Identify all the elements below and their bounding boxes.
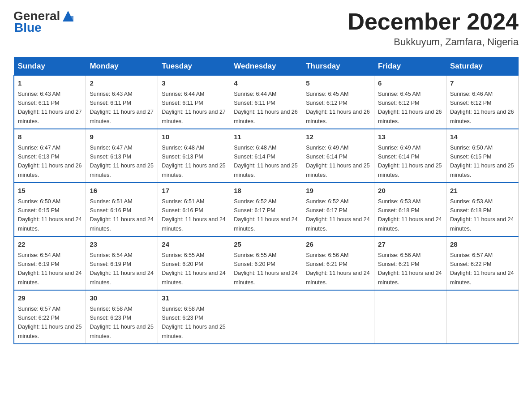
day-info: Sunrise: 6:52 AMSunset: 6:17 PMDaylight:… xyxy=(234,198,297,232)
day-number: 7 xyxy=(450,78,515,89)
calendar-header: SundayMondayTuesdayWednesdayThursdayFrid… xyxy=(14,57,519,76)
day-info: Sunrise: 6:57 AMSunset: 6:22 PMDaylight:… xyxy=(450,252,514,286)
day-info: Sunrise: 6:48 AMSunset: 6:14 PMDaylight:… xyxy=(234,145,297,178)
day-info: Sunrise: 6:43 AMSunset: 6:11 PMDaylight:… xyxy=(90,91,153,124)
day-info: Sunrise: 6:58 AMSunset: 6:23 PMDaylight:… xyxy=(90,306,153,339)
day-info: Sunrise: 6:55 AMSunset: 6:20 PMDaylight:… xyxy=(162,252,225,286)
page-header: General Blue December 2024 Bukkuyum, Zam… xyxy=(13,9,519,48)
day-cell: 10Sunrise: 6:48 AMSunset: 6:13 PMDayligh… xyxy=(158,129,230,183)
day-cell: 26Sunrise: 6:56 AMSunset: 6:21 PMDayligh… xyxy=(302,236,374,290)
day-info: Sunrise: 6:49 AMSunset: 6:14 PMDaylight:… xyxy=(378,145,442,178)
day-cell: 2Sunrise: 6:43 AMSunset: 6:11 PMDaylight… xyxy=(86,76,158,129)
day-cell: 21Sunrise: 6:53 AMSunset: 6:18 PMDayligh… xyxy=(446,183,519,236)
day-number: 19 xyxy=(306,186,370,196)
day-info: Sunrise: 6:51 AMSunset: 6:16 PMDaylight:… xyxy=(162,198,225,232)
week-row-1: 1Sunrise: 6:43 AMSunset: 6:11 PMDaylight… xyxy=(14,76,519,129)
day-number: 4 xyxy=(234,78,298,89)
day-number: 6 xyxy=(378,78,442,89)
logo-blue-text: Blue xyxy=(14,21,42,35)
day-number: 8 xyxy=(18,132,82,142)
day-cell: 24Sunrise: 6:55 AMSunset: 6:20 PMDayligh… xyxy=(158,236,230,290)
day-cell: 22Sunrise: 6:54 AMSunset: 6:19 PMDayligh… xyxy=(14,236,86,290)
day-number: 30 xyxy=(90,293,154,304)
day-cell: 7Sunrise: 6:46 AMSunset: 6:12 PMDaylight… xyxy=(446,76,519,129)
day-cell: 11Sunrise: 6:48 AMSunset: 6:14 PMDayligh… xyxy=(230,129,302,183)
day-number: 24 xyxy=(162,240,226,250)
day-cell: 28Sunrise: 6:57 AMSunset: 6:22 PMDayligh… xyxy=(446,236,519,290)
day-info: Sunrise: 6:54 AMSunset: 6:19 PMDaylight:… xyxy=(90,252,153,286)
day-number: 17 xyxy=(162,186,226,196)
day-cell: 19Sunrise: 6:52 AMSunset: 6:17 PMDayligh… xyxy=(302,183,374,236)
day-cell: 17Sunrise: 6:51 AMSunset: 6:16 PMDayligh… xyxy=(158,183,230,236)
day-number: 1 xyxy=(18,78,82,89)
day-number: 22 xyxy=(18,240,82,250)
day-info: Sunrise: 6:45 AMSunset: 6:12 PMDaylight:… xyxy=(378,91,442,124)
day-cell: 14Sunrise: 6:50 AMSunset: 6:15 PMDayligh… xyxy=(446,129,519,183)
day-info: Sunrise: 6:55 AMSunset: 6:20 PMDaylight:… xyxy=(234,252,297,286)
day-info: Sunrise: 6:53 AMSunset: 6:18 PMDaylight:… xyxy=(378,198,442,232)
day-number: 21 xyxy=(450,186,515,196)
logo-icon xyxy=(61,9,75,23)
calendar-body: 1Sunrise: 6:43 AMSunset: 6:11 PMDaylight… xyxy=(14,76,519,344)
day-info: Sunrise: 6:44 AMSunset: 6:11 PMDaylight:… xyxy=(162,91,225,124)
day-info: Sunrise: 6:56 AMSunset: 6:21 PMDaylight:… xyxy=(306,252,369,286)
day-cell: 29Sunrise: 6:57 AMSunset: 6:22 PMDayligh… xyxy=(14,290,86,344)
day-cell: 6Sunrise: 6:45 AMSunset: 6:12 PMDaylight… xyxy=(374,76,446,129)
title-section: December 2024 Bukkuyum, Zamfara, Nigeria xyxy=(348,9,519,48)
day-number: 5 xyxy=(306,78,370,89)
day-cell: 4Sunrise: 6:44 AMSunset: 6:11 PMDaylight… xyxy=(230,76,302,129)
month-title: December 2024 xyxy=(348,9,519,34)
day-info: Sunrise: 6:46 AMSunset: 6:12 PMDaylight:… xyxy=(450,91,514,124)
day-info: Sunrise: 6:52 AMSunset: 6:17 PMDaylight:… xyxy=(306,198,369,232)
day-cell xyxy=(230,290,302,344)
day-number: 28 xyxy=(450,240,515,250)
day-info: Sunrise: 6:47 AMSunset: 6:13 PMDaylight:… xyxy=(18,145,82,178)
header-cell-thursday: Thursday xyxy=(302,57,374,76)
day-cell: 18Sunrise: 6:52 AMSunset: 6:17 PMDayligh… xyxy=(230,183,302,236)
day-number: 3 xyxy=(162,78,226,89)
day-info: Sunrise: 6:50 AMSunset: 6:15 PMDaylight:… xyxy=(450,145,514,178)
day-info: Sunrise: 6:49 AMSunset: 6:14 PMDaylight:… xyxy=(306,145,369,178)
day-cell xyxy=(374,290,446,344)
day-cell: 5Sunrise: 6:45 AMSunset: 6:12 PMDaylight… xyxy=(302,76,374,129)
calendar-table: SundayMondayTuesdayWednesdayThursdayFrid… xyxy=(13,57,519,344)
day-number: 14 xyxy=(450,132,515,142)
day-number: 2 xyxy=(90,78,154,89)
day-cell: 15Sunrise: 6:50 AMSunset: 6:15 PMDayligh… xyxy=(14,183,86,236)
day-info: Sunrise: 6:44 AMSunset: 6:11 PMDaylight:… xyxy=(234,91,297,124)
day-number: 9 xyxy=(90,132,154,142)
day-cell: 31Sunrise: 6:58 AMSunset: 6:23 PMDayligh… xyxy=(158,290,230,344)
day-info: Sunrise: 6:58 AMSunset: 6:23 PMDaylight:… xyxy=(162,306,225,339)
day-cell: 30Sunrise: 6:58 AMSunset: 6:23 PMDayligh… xyxy=(86,290,158,344)
day-info: Sunrise: 6:57 AMSunset: 6:22 PMDaylight:… xyxy=(18,306,82,339)
day-number: 20 xyxy=(378,186,442,196)
header-cell-tuesday: Tuesday xyxy=(158,57,230,76)
day-cell: 13Sunrise: 6:49 AMSunset: 6:14 PMDayligh… xyxy=(374,129,446,183)
day-info: Sunrise: 6:43 AMSunset: 6:11 PMDaylight:… xyxy=(18,91,82,124)
day-number: 29 xyxy=(18,293,82,304)
day-cell xyxy=(446,290,519,344)
day-info: Sunrise: 6:45 AMSunset: 6:12 PMDaylight:… xyxy=(306,91,369,124)
location-text: Bukkuyum, Zamfara, Nigeria xyxy=(348,36,519,48)
day-number: 15 xyxy=(18,186,82,196)
header-cell-friday: Friday xyxy=(374,57,446,76)
day-number: 16 xyxy=(90,186,154,196)
day-number: 23 xyxy=(90,240,154,250)
header-cell-saturday: Saturday xyxy=(446,57,519,76)
day-number: 18 xyxy=(234,186,298,196)
header-cell-monday: Monday xyxy=(86,57,158,76)
day-info: Sunrise: 6:48 AMSunset: 6:13 PMDaylight:… xyxy=(162,145,225,178)
week-row-3: 15Sunrise: 6:50 AMSunset: 6:15 PMDayligh… xyxy=(14,183,519,236)
day-cell: 1Sunrise: 6:43 AMSunset: 6:11 PMDaylight… xyxy=(14,76,86,129)
day-cell: 25Sunrise: 6:55 AMSunset: 6:20 PMDayligh… xyxy=(230,236,302,290)
day-info: Sunrise: 6:56 AMSunset: 6:21 PMDaylight:… xyxy=(378,252,442,286)
day-number: 12 xyxy=(306,132,370,142)
day-number: 13 xyxy=(378,132,442,142)
header-cell-wednesday: Wednesday xyxy=(230,57,302,76)
day-info: Sunrise: 6:50 AMSunset: 6:15 PMDaylight:… xyxy=(18,198,82,232)
day-cell: 16Sunrise: 6:51 AMSunset: 6:16 PMDayligh… xyxy=(86,183,158,236)
week-row-2: 8Sunrise: 6:47 AMSunset: 6:13 PMDaylight… xyxy=(14,129,519,183)
day-number: 25 xyxy=(234,240,298,250)
header-cell-sunday: Sunday xyxy=(14,57,86,76)
logo: General Blue xyxy=(13,9,76,35)
